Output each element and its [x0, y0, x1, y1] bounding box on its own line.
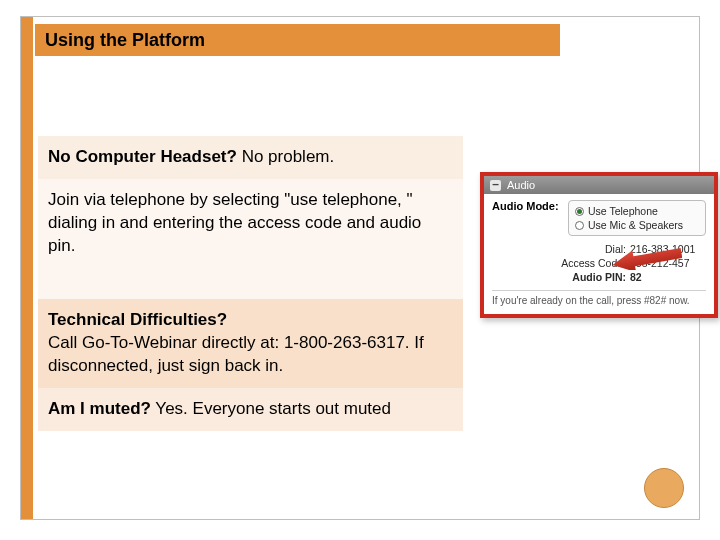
tech-bold: Technical Difficulties? [48, 309, 453, 332]
spacer-block [38, 64, 463, 136]
radio-icon [575, 221, 584, 230]
radio-icon [575, 207, 584, 216]
access-code-label: Access Code: [561, 256, 626, 270]
headset-q-rest: No problem. [237, 147, 334, 166]
tech-difficulties-block: Technical Difficulties? Call Go-To-Webin… [38, 299, 463, 388]
audio-panel: – Audio Audio Mode: Use Telephone Use Mi… [480, 172, 718, 318]
muted-bold: Am I muted? [48, 399, 151, 418]
collapse-icon[interactable]: – [490, 180, 501, 191]
dial-info: Dial:216-383-1001 Access Code:338-212-45… [492, 242, 706, 284]
dial-value: 216-383-1001 [630, 242, 702, 256]
decorative-circle [644, 468, 684, 508]
audio-panel-title: Audio [507, 179, 535, 191]
audio-panel-header: – Audio [484, 176, 714, 194]
radio-mic-speakers[interactable]: Use Mic & Speakers [575, 218, 699, 232]
title-bar: Using the Platform [35, 24, 560, 56]
headset-question-block: No Computer Headset? No problem. [38, 136, 463, 179]
instruction-block: Join via telephone by selecting "use tel… [38, 179, 463, 299]
content-blocks: No Computer Headset? No problem. Join vi… [38, 64, 463, 431]
audio-mode-row: Audio Mode: Use Telephone Use Mic & Spea… [492, 200, 706, 236]
instruction-text: Join via telephone by selecting "use tel… [48, 190, 421, 255]
access-code-value: 338-212-457 [630, 256, 702, 270]
panel-divider [492, 290, 706, 291]
page-title: Using the Platform [45, 30, 205, 51]
muted-rest: Yes. Everyone starts out muted [151, 399, 391, 418]
left-accent-rail [21, 17, 33, 519]
radio-telephone-label: Use Telephone [588, 204, 658, 218]
radio-telephone[interactable]: Use Telephone [575, 204, 699, 218]
audio-pin-value: 82 [630, 270, 702, 284]
audio-pin-label: Audio PIN: [572, 270, 626, 284]
headset-q-bold: No Computer Headset? [48, 147, 237, 166]
dial-label: Dial: [605, 242, 626, 256]
audio-mode-label: Audio Mode: [492, 200, 568, 212]
tech-rest: Call Go-To-Webinar directly at: 1-800-26… [48, 332, 453, 378]
panel-footer-note: If you're already on the call, press #82… [492, 295, 706, 306]
muted-block: Am I muted? Yes. Everyone starts out mut… [38, 388, 463, 431]
audio-mode-radio-group: Use Telephone Use Mic & Speakers [568, 200, 706, 236]
audio-panel-body: Audio Mode: Use Telephone Use Mic & Spea… [484, 194, 714, 314]
radio-mic-label: Use Mic & Speakers [588, 218, 683, 232]
